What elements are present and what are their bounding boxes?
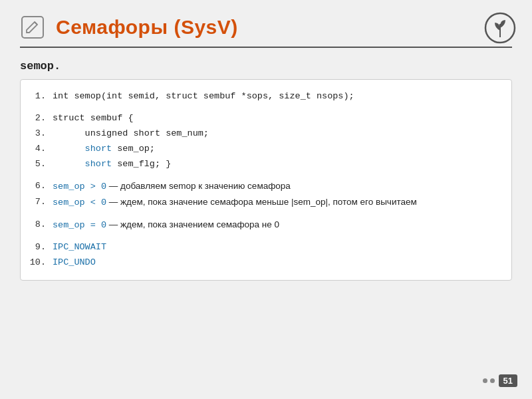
comment-6: — добавляем semop к значению семафора — [106, 181, 291, 191]
line-num-7: 7. — [27, 195, 46, 210]
comment-8: — ждем, пока значением семафора не 0 — [106, 219, 279, 229]
line-content-3: unsigned short sem_num; — [53, 126, 209, 142]
code-line-3: 3. unsigned short sem_num; — [27, 126, 498, 142]
line-num-4: 4. — [27, 142, 46, 157]
plant-icon — [484, 12, 516, 44]
code-line-1: 1. int semop(int semid, struct sembuf *s… — [27, 89, 498, 104]
line-num-2: 2. — [27, 111, 46, 126]
header: Семафоры (SysV) — [0, 0, 532, 47]
line-num-8: 8. — [27, 217, 46, 233]
code-line-9: 9. IPC_NOWAIT — [27, 240, 498, 255]
code-line-6: 6. sem_op > 0 — добавляем semop к значен… — [27, 179, 498, 195]
top-right-icon — [484, 12, 516, 47]
keyword-ipc-undo: IPC_UNDO — [53, 257, 96, 267]
keyword-semop-lt: sem_op < 0 — [53, 198, 106, 207]
page-title: Семафоры (SysV) — [56, 16, 238, 39]
line-num-3: 3. — [27, 126, 46, 142]
header-divider — [20, 47, 512, 48]
keyword-semop-eq: sem_op = 0 — [53, 220, 106, 230]
line-content-4: short sem_op; — [53, 142, 155, 157]
line-content-9: IPC_NOWAIT — [53, 240, 106, 255]
line-num-6: 6. — [27, 179, 46, 194]
edit-icon — [20, 15, 45, 40]
line-content-7: sem_op < 0 — ждем, пока значение семафор… — [53, 195, 498, 211]
line-num-10: 10. — [27, 255, 46, 271]
slide-number-badge: 51 — [499, 374, 517, 387]
keyword-semop-gt: sem_op > 0 — [53, 182, 106, 192]
line-content-1: int semop(int semid, struct sembuf *sops… — [53, 89, 354, 104]
code-line-5: 5. short sem_flg; } — [27, 157, 498, 172]
slide-num-dots — [483, 378, 495, 383]
line-content-10: IPC_UNDO — [53, 255, 96, 271]
code-block: 1. int semop(int semid, struct sembuf *s… — [20, 79, 512, 281]
line-num-1: 1. — [27, 89, 46, 104]
svg-rect-2 — [22, 17, 43, 38]
keyword-short-5: short — [85, 159, 112, 169]
code-line-10: 10. IPC_UNDO — [27, 255, 498, 271]
line-num-5: 5. — [27, 157, 46, 172]
dot-2 — [490, 378, 495, 383]
comment-7: — ждем, пока значение семафора меньше |s… — [106, 197, 417, 207]
code-line-7: 7. sem_op < 0 — ждем, пока значение сема… — [27, 195, 498, 211]
slide: Семафоры (SysV) semop. 1. int semop(int … — [0, 0, 532, 399]
line-content-8: sem_op = 0 — ждем, пока значением семафо… — [53, 217, 498, 233]
line-content-6: sem_op > 0 — добавляем semop к значению … — [53, 179, 291, 195]
section-label: semop. — [0, 48, 532, 79]
code-line-4: 4. short sem_op; — [27, 142, 498, 157]
dot-1 — [483, 378, 487, 383]
code-line-8: 8. sem_op = 0 — ждем, пока значением сем… — [27, 217, 498, 233]
slide-number-area: 51 — [483, 374, 517, 387]
svg-line-3 — [35, 22, 37, 25]
keyword-short-4: short — [85, 144, 112, 154]
line-content-5: short sem_flg; } — [53, 157, 171, 172]
code-line-2: 2. struct sembuf { — [27, 111, 498, 126]
line-num-9: 9. — [27, 240, 46, 255]
keyword-ipc-nowait: IPC_NOWAIT — [53, 242, 106, 252]
line-content-2: struct sembuf { — [53, 111, 134, 126]
